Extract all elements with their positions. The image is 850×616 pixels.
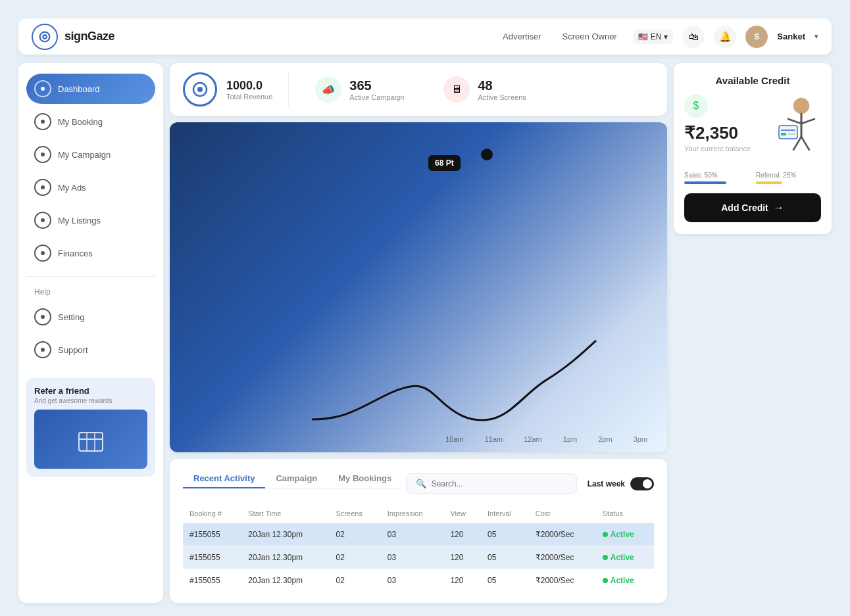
sidebar-divider <box>26 276 155 277</box>
logo-icon <box>32 24 58 50</box>
language-label: EN <box>651 32 662 41</box>
svg-point-0 <box>40 32 50 41</box>
user-name[interactable]: Sanket <box>777 32 805 41</box>
cell-booking: #155055 <box>183 546 241 569</box>
sidebar-label-finances: Finances <box>58 249 93 258</box>
col-status: Status <box>596 504 654 523</box>
sidebar-label-campaign: My Campaign <box>58 150 111 160</box>
cart-icon[interactable]: 🛍 <box>682 26 705 48</box>
nav-screen-owner[interactable]: Screen Owner <box>562 32 617 41</box>
cell-status: Active <box>596 546 654 569</box>
cell-view: 120 <box>443 523 481 546</box>
svg-point-5 <box>41 185 45 189</box>
sidebar-label-ads: My Ads <box>58 183 86 193</box>
cell-cost: ₹2000/Sec <box>529 546 596 569</box>
sales-bar <box>684 181 726 184</box>
credit-body: $ ₹2,350 Your current balance <box>684 94 821 162</box>
chart-tooltip: 68 Pt <box>428 155 461 171</box>
revenue-text: 1000.0 Total Revenue <box>226 79 272 101</box>
sidebar-label-setting: Setting <box>58 312 84 322</box>
referral-bar <box>756 181 782 184</box>
svg-rect-24 <box>781 133 786 135</box>
sidebar-item-dashboard[interactable]: Dashboard <box>26 74 155 104</box>
sidebar-item-finances[interactable]: Finances <box>26 238 155 268</box>
cell-impression: 03 <box>381 523 444 546</box>
sidebar-item-setting[interactable]: Setting <box>26 302 155 332</box>
avatar: S <box>745 26 768 48</box>
main-container: Dashboard My Booking My Campaign My Ads <box>18 63 832 603</box>
chart-time-4: 2pm <box>598 435 612 443</box>
refer-image[interactable] <box>34 410 147 469</box>
sidebar-item-listings[interactable]: My Listings <box>26 205 155 235</box>
nav-advertiser[interactable]: Advertiser <box>503 32 541 41</box>
screens-icon: 🖥 <box>443 76 470 103</box>
col-interval: Interval <box>481 504 529 523</box>
content: 1000.0 Total Revenue 📣 365 Active Campai… <box>170 63 667 603</box>
header-right: 🇺🇸 EN ▾ 🛍 🔔 S Sanket ▾ <box>633 26 818 48</box>
campaign-label: Active Campaign <box>349 93 404 101</box>
table-tabs: Recent Activity Campaign My Bookings <box>183 469 402 488</box>
data-table: Booking # Start Time Screens Impression … <box>183 504 654 592</box>
add-credit-button[interactable]: Add Credit → <box>684 193 821 222</box>
credit-card: Available Credit $ ₹2,350 Your current b… <box>674 63 832 234</box>
stats-row: 1000.0 Total Revenue 📣 365 Active Campai… <box>170 63 667 116</box>
user-menu-icon[interactable]: ▾ <box>814 32 818 41</box>
table-row[interactable]: #155055 20Jan 12.30pm 02 03 120 05 ₹2000… <box>183 546 654 569</box>
tab-recent-activity[interactable]: Recent Activity <box>183 469 265 488</box>
svg-line-21 <box>801 137 809 150</box>
tab-campaign[interactable]: Campaign <box>265 469 328 488</box>
svg-point-8 <box>41 315 45 319</box>
chart-time-1: 11am <box>485 435 503 443</box>
last-week-filter: Last week <box>588 477 654 490</box>
sidebar-label-listings: My Listings <box>58 216 101 225</box>
svg-point-6 <box>41 218 45 222</box>
table-row[interactable]: #155055 20Jan 12.30pm 02 03 120 05 ₹2000… <box>183 523 654 546</box>
table-row[interactable]: #155055 20Jan 12.30pm 02 03 120 05 ₹2000… <box>183 569 654 592</box>
sidebar-label-dashboard: Dashboard <box>58 84 100 94</box>
col-impression: Impression <box>381 504 444 523</box>
search-icon: 🔍 <box>416 479 426 488</box>
header-nav: Advertiser Screen Owner <box>503 32 617 41</box>
sidebar-item-ads[interactable]: My Ads <box>26 172 155 202</box>
table-section: Recent Activity Campaign My Bookings 🔍 L… <box>170 459 667 603</box>
svg-point-7 <box>41 251 45 255</box>
col-booking: Booking # <box>183 504 241 523</box>
refer-subtitle: And get awesome rewards <box>34 397 147 404</box>
cell-booking: #155055 <box>183 569 241 592</box>
sidebar-item-campaign[interactable]: My Campaign <box>26 139 155 170</box>
flag-icon: 🇺🇸 <box>638 32 648 41</box>
col-view: View <box>443 504 481 523</box>
svg-point-1 <box>43 35 47 39</box>
tab-my-bookings[interactable]: My Bookings <box>328 469 402 488</box>
language-selector[interactable]: 🇺🇸 EN ▾ <box>633 30 674 44</box>
referral-chart-item: Referral: 25% <box>756 172 821 184</box>
sidebar: Dashboard My Booking My Campaign My Ads <box>18 63 163 603</box>
chart-time-2: 12am <box>524 435 542 443</box>
credit-character <box>768 94 821 162</box>
svg-point-9 <box>41 348 45 352</box>
cell-screens: 02 <box>330 523 381 546</box>
dollar-icon: $ <box>684 94 708 118</box>
chart-times: 10am 11am 12am 1pm 2pm 3pm <box>170 435 667 443</box>
last-week-toggle[interactable] <box>630 477 654 490</box>
search-box: 🔍 <box>406 473 577 494</box>
col-cost: Cost <box>529 504 596 523</box>
sidebar-item-booking[interactable]: My Booking <box>26 107 155 137</box>
bell-icon[interactable]: 🔔 <box>714 26 736 48</box>
chart-time-3: 1pm <box>563 435 577 443</box>
svg-rect-22 <box>779 126 797 139</box>
sidebar-dot-dashboard <box>34 80 51 97</box>
screens-label: Active Screens <box>478 93 526 101</box>
cell-impression: 03 <box>381 569 444 592</box>
svg-line-18 <box>788 119 801 124</box>
cell-screens: 02 <box>330 569 381 592</box>
right-panel: Available Credit $ ₹2,350 Your current b… <box>674 63 832 603</box>
add-credit-label: Add Credit <box>721 202 768 213</box>
screens-value: 48 <box>478 78 526 93</box>
cell-booking: #155055 <box>183 523 241 546</box>
sidebar-label-booking: My Booking <box>58 117 103 127</box>
search-input[interactable] <box>432 479 567 488</box>
sidebar-dot-support <box>34 341 51 358</box>
sidebar-item-support[interactable]: Support <box>26 335 155 365</box>
chart-svg <box>170 327 667 433</box>
